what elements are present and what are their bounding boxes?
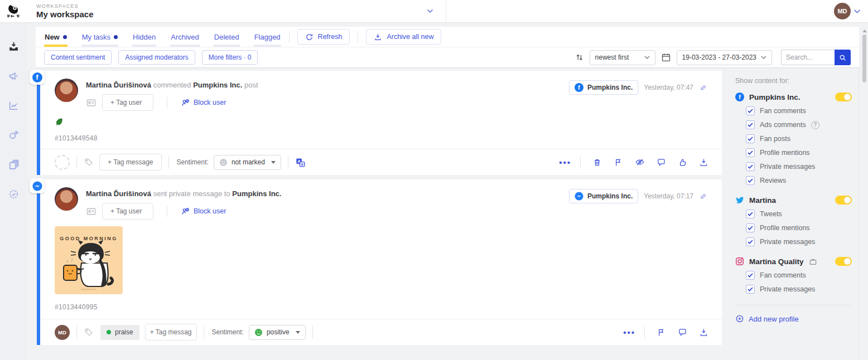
sentiment-select[interactable]: positive xyxy=(249,325,306,340)
tab-deleted[interactable]: Deleted xyxy=(214,27,240,47)
sentiment-label: Sentiment: xyxy=(212,328,244,336)
tab-hidden[interactable]: Hidden xyxy=(132,27,156,47)
image-caption: GOOD MORNING xyxy=(60,236,118,241)
page-scrollbar[interactable] xyxy=(862,29,867,357)
delete-button[interactable] xyxy=(592,158,602,167)
content-sentiment-filter[interactable]: Content sentiment xyxy=(44,50,112,65)
chat-icon xyxy=(657,158,666,167)
feed-card-comment: f Martina Ďurišinová commented Pumpkins … xyxy=(37,71,722,175)
archive-icon xyxy=(374,33,382,41)
eye-off-icon xyxy=(635,157,645,167)
reply-button[interactable] xyxy=(657,158,666,167)
chart-line-icon xyxy=(8,100,20,111)
checkbox-private-messages[interactable]: Private messages xyxy=(746,285,852,294)
cat-logo-icon xyxy=(5,3,22,20)
feed-tabs: New My tasks Hidden Archived Deleted Fla… xyxy=(44,27,281,47)
svg-text:a: a xyxy=(301,162,303,166)
block-user-button[interactable]: Block user xyxy=(181,98,226,108)
user-avatar[interactable]: MD xyxy=(834,3,851,20)
checkbox-profile-mentions[interactable]: Profile mentions xyxy=(746,223,852,232)
user-menu-chevron-icon[interactable] xyxy=(853,9,861,14)
checkbox-tweets[interactable]: Tweets xyxy=(746,210,852,218)
left-nav-rail xyxy=(0,23,27,360)
profile-toggle[interactable] xyxy=(835,257,852,266)
reply-button[interactable] xyxy=(678,328,687,337)
profile-toggle[interactable] xyxy=(835,93,852,101)
top-bar: WORKSPACES My workspace MD xyxy=(0,0,868,23)
inbox-download-icon xyxy=(8,41,20,52)
user-card-icon[interactable] xyxy=(86,98,97,108)
block-user-button[interactable]: Block user xyxy=(181,207,226,216)
new-badge-dot xyxy=(63,35,67,39)
sidebar-item-analytics[interactable] xyxy=(0,91,27,120)
checkbox-private-messages[interactable]: Private messages xyxy=(746,162,852,171)
message-image[interactable]: GOOD MORNING xyxy=(55,226,123,294)
archive-all-new-button[interactable]: Archive all new xyxy=(366,29,441,45)
sort-order-select[interactable]: newest first xyxy=(590,50,655,65)
checkbox-reviews[interactable]: Reviews xyxy=(746,176,852,185)
permalink-icon[interactable] xyxy=(699,192,707,201)
more-actions-button[interactable]: ••• xyxy=(623,328,635,337)
checkbox-fan-posts[interactable]: Fan posts xyxy=(746,134,852,143)
checkbox-fan-comments[interactable]: Fan comments xyxy=(746,106,852,115)
show-content-panel: Show content for: f Pumpkins Inc. Fan co… xyxy=(727,68,859,360)
flag-button[interactable] xyxy=(657,328,666,337)
checkbox-ads-comments[interactable]: Ads comments ? xyxy=(746,120,852,129)
tab-flagged[interactable]: Flagged xyxy=(254,27,281,47)
add-new-profile-button[interactable]: Add new profile xyxy=(735,314,852,323)
archive-button[interactable] xyxy=(699,328,708,337)
sentiment-label: Sentiment: xyxy=(177,158,209,166)
sidebar-item-inbox[interactable] xyxy=(0,32,27,61)
tab-archived[interactable]: Archived xyxy=(170,27,200,47)
profile-chip: Pumpkins Inc. xyxy=(569,189,638,203)
archive-button[interactable] xyxy=(699,158,708,167)
assigned-moderators-filter[interactable]: Assigned moderators xyxy=(118,50,195,65)
sentiment-select[interactable]: not marked xyxy=(214,155,281,170)
tab-my-tasks[interactable]: My tasks xyxy=(81,27,118,47)
profile-toggle[interactable] xyxy=(835,196,852,205)
tag-user-button[interactable]: + Tag user xyxy=(102,94,153,111)
sidebar-item-reports[interactable] xyxy=(0,150,27,179)
tab-new[interactable]: New xyxy=(44,27,67,47)
date-range-select[interactable]: 19-03-2023 - 27-03-2023 xyxy=(677,50,772,65)
flag-icon xyxy=(614,158,623,167)
chat-icon xyxy=(678,328,687,337)
calendar-icon[interactable] xyxy=(661,52,671,62)
more-filters-button[interactable]: More filters · 0 xyxy=(202,50,258,65)
assign-moderator-button[interactable] xyxy=(55,155,70,170)
translate-button[interactable]: A a xyxy=(295,157,306,168)
card-title: Martina Ďurišinová commented Pumpkins In… xyxy=(86,79,569,89)
tag-user-button[interactable]: + Tag user xyxy=(102,203,153,220)
tag-message-button[interactable]: + Tag message xyxy=(99,154,162,171)
sidebar-item-settings[interactable] xyxy=(0,179,27,209)
archive-icon xyxy=(699,158,708,167)
divider xyxy=(167,97,167,108)
gear-check-icon xyxy=(8,188,20,200)
refresh-button[interactable]: Refresh xyxy=(297,29,350,45)
like-button[interactable] xyxy=(678,158,687,167)
scroll-up-arrow[interactable] xyxy=(862,29,867,32)
user-card-icon[interactable] xyxy=(86,206,97,217)
checkbox-private-messages[interactable]: Private messages xyxy=(746,237,852,246)
permalink-icon[interactable] xyxy=(699,84,707,92)
assigned-moderator-avatar[interactable]: MD xyxy=(55,325,70,340)
checkbox-fan-comments[interactable]: Fan comments xyxy=(746,271,852,280)
flag-button[interactable] xyxy=(614,158,623,167)
sidebar-item-automation[interactable] xyxy=(0,120,27,150)
tag-chip-praise[interactable]: praise xyxy=(100,325,139,340)
caret-down xyxy=(296,331,300,334)
more-actions-button[interactable]: ••• xyxy=(559,158,571,167)
help-icon[interactable]: ? xyxy=(811,121,819,129)
facebook-badge: f xyxy=(30,70,45,85)
workspace-selector[interactable]: WORKSPACES My workspace xyxy=(27,0,446,22)
search-button[interactable] xyxy=(835,50,851,65)
search-input[interactable] xyxy=(781,50,835,65)
hide-button[interactable] xyxy=(635,157,645,167)
checkbox-profile-mentions[interactable]: Profile mentions xyxy=(746,148,852,157)
sidebar-item-publishing[interactable] xyxy=(0,61,27,91)
napoleoncat-logo[interactable] xyxy=(0,0,27,22)
tag-message-button[interactable]: + Tag messag xyxy=(145,324,197,340)
sort-icon xyxy=(575,53,584,62)
tag-icon xyxy=(84,327,94,337)
scrollbar-thumb[interactable] xyxy=(862,35,866,82)
